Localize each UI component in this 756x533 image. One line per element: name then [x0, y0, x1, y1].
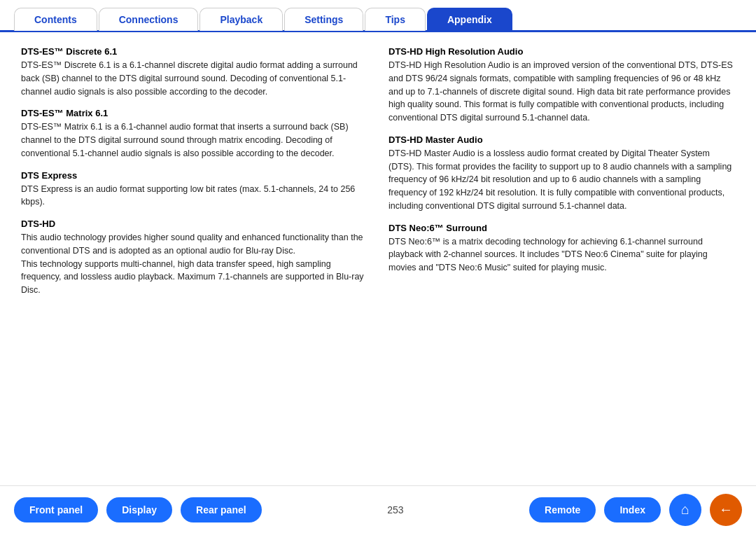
- section-body-dts-neo6: DTS Neo:6™ is a matrix decoding technolo…: [388, 235, 735, 275]
- page-number: 253: [387, 504, 403, 515]
- remote-button[interactable]: Remote: [529, 497, 596, 522]
- section-dts-express: DTS Express DTS Express is an audio form…: [21, 170, 368, 209]
- section-body-dts-hd-master: DTS-HD Master Audio is a lossless audio …: [388, 147, 735, 213]
- display-button[interactable]: Display: [106, 497, 172, 522]
- section-dts-es-discrete: DTS-ES™ Discrete 6.1 DTS-ES™ Discrete 6.…: [21, 46, 368, 98]
- left-column: DTS-ES™ Discrete 6.1 DTS-ES™ Discrete 6.…: [21, 46, 368, 478]
- section-dts-es-matrix: DTS-ES™ Matrix 6.1 DTS-ES™ Matrix 6.1 is…: [21, 108, 368, 160]
- front-panel-button[interactable]: Front panel: [14, 497, 98, 522]
- right-column: DTS-HD High Resolution Audio DTS-HD High…: [388, 46, 735, 478]
- section-title-dts-es-discrete: DTS-ES™ Discrete 6.1: [21, 46, 368, 57]
- tab-bar: Contents Connections Playback Settings T…: [0, 0, 756, 32]
- tab-connections[interactable]: Connections: [99, 8, 199, 31]
- home-button[interactable]: ⌂: [669, 494, 701, 526]
- home-icon: ⌂: [681, 501, 690, 518]
- section-body-dts-hd-high-res: DTS-HD High Resolution Audio is an impro…: [388, 59, 735, 125]
- section-body-dts-hd: This audio technology provides higher so…: [21, 231, 368, 297]
- bottom-nav: Front panel Display Rear panel 253 Remot…: [0, 485, 756, 533]
- section-title-dts-es-matrix: DTS-ES™ Matrix 6.1: [21, 108, 368, 118]
- section-title-dts-express: DTS Express: [21, 170, 368, 181]
- section-title-dts-hd-master: DTS-HD Master Audio: [388, 134, 735, 145]
- section-body-dts-express: DTS Express is an audio format supportin…: [21, 183, 368, 209]
- section-title-dts-hd: DTS-HD: [21, 219, 368, 229]
- section-dts-hd: DTS-HD This audio technology provides hi…: [21, 219, 368, 297]
- back-icon: ←: [719, 501, 733, 518]
- section-dts-neo6: DTS Neo:6™ Surround DTS Neo:6™ is a matr…: [388, 223, 735, 275]
- bottom-nav-right: Remote Index ⌂ ←: [529, 494, 742, 526]
- back-button[interactable]: ←: [710, 494, 742, 526]
- section-dts-hd-master: DTS-HD Master Audio DTS-HD Master Audio …: [388, 134, 735, 213]
- tab-playback[interactable]: Playback: [200, 8, 283, 31]
- tab-contents[interactable]: Contents: [14, 8, 97, 31]
- section-title-dts-neo6: DTS Neo:6™ Surround: [388, 223, 735, 233]
- rear-panel-button[interactable]: Rear panel: [181, 497, 262, 522]
- section-body-dts-es-matrix: DTS-ES™ Matrix 6.1 is a 6.1-channel audi…: [21, 120, 368, 160]
- tab-appendix[interactable]: Appendix: [427, 8, 512, 31]
- section-dts-hd-high-res: DTS-HD High Resolution Audio DTS-HD High…: [388, 46, 735, 125]
- bottom-nav-left: Front panel Display Rear panel: [14, 497, 262, 522]
- tab-tips[interactable]: Tips: [365, 8, 426, 31]
- section-body-dts-es-discrete: DTS-ES™ Discrete 6.1 is a 6.1-channel di…: [21, 59, 368, 98]
- index-button[interactable]: Index: [604, 497, 661, 522]
- section-title-dts-hd-high-res: DTS-HD High Resolution Audio: [388, 46, 735, 57]
- main-content: DTS-ES™ Discrete 6.1 DTS-ES™ Discrete 6.…: [0, 32, 756, 485]
- tab-settings[interactable]: Settings: [284, 8, 363, 31]
